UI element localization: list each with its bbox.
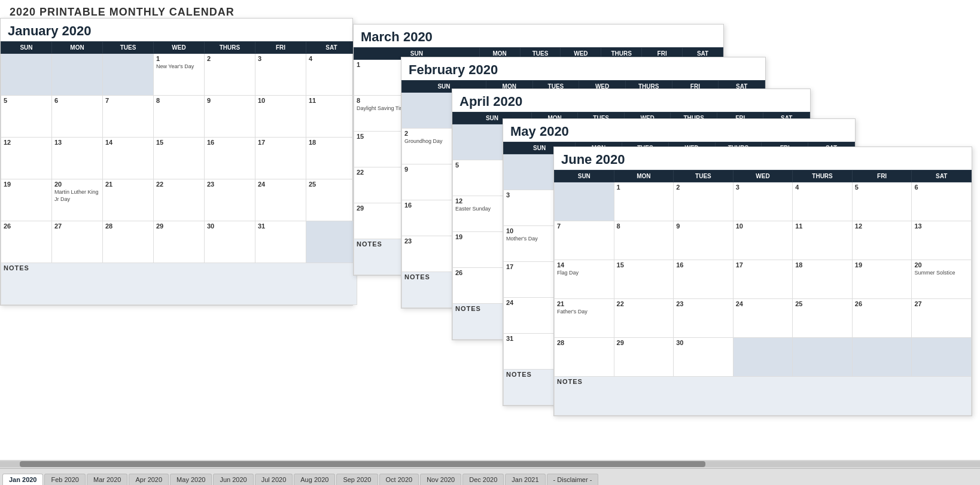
col-wed: WED xyxy=(154,42,205,54)
empty-cell xyxy=(306,221,357,263)
col-mon: MON xyxy=(614,170,674,182)
jun-table: SUN MON TUES WED THURS FRI SAT 1 2 3 4 5 xyxy=(554,170,972,416)
day-cell: 21Father's Day xyxy=(555,299,614,338)
tab-disclaimer[interactable]: - Disclaimer - xyxy=(547,474,599,485)
empty-cell xyxy=(912,338,972,377)
apr-title: April 2020 xyxy=(452,89,810,112)
feb-title: February 2020 xyxy=(401,57,765,80)
table-row: 1 2 3 4 5 6 xyxy=(555,182,972,221)
calendar-jan: January 2020 SUN MON TUES WED THURS FRI … xyxy=(0,18,353,306)
day-cell: 7 xyxy=(103,96,154,138)
day-cell: 12 xyxy=(852,221,912,260)
day-cell: 29 xyxy=(154,221,205,263)
day-cell: 15 xyxy=(614,260,674,299)
scrollbar-thumb[interactable] xyxy=(20,461,706,467)
tab-jul-2020[interactable]: Jul 2020 xyxy=(255,474,293,485)
notes-row: NOTES xyxy=(555,377,972,416)
may-title: May 2020 xyxy=(503,119,855,142)
scrollbar-track[interactable] xyxy=(0,461,980,467)
day-cell: 22 xyxy=(614,299,674,338)
mar-title: March 2020 xyxy=(354,25,723,47)
day-cell: 23 xyxy=(205,179,255,221)
day-cell: 27 xyxy=(52,221,103,263)
tab-nov-2020[interactable]: Nov 2020 xyxy=(420,474,461,485)
day-cell: 11 xyxy=(793,221,853,260)
tab-may-2020[interactable]: May 2020 xyxy=(170,474,212,485)
empty-cell xyxy=(1,54,52,96)
tab-mar-2020[interactable]: Mar 2020 xyxy=(87,474,127,485)
notes-row: NOTES xyxy=(1,263,357,305)
col-mon: MON xyxy=(52,42,103,54)
day-cell: 19 xyxy=(1,179,52,221)
day-cell: 2 xyxy=(205,54,255,96)
col-wed: WED xyxy=(733,170,793,182)
day-cell: 9 xyxy=(674,221,734,260)
tab-aug-2020[interactable]: Aug 2020 xyxy=(294,474,335,485)
day-cell: 16 xyxy=(674,260,734,299)
day-cell: 5 xyxy=(852,182,912,221)
day-cell: 14Flag Day xyxy=(555,260,614,299)
day-cell: 22 xyxy=(154,179,205,221)
day-cell: 28 xyxy=(555,338,614,377)
day-cell: 23 xyxy=(674,299,734,338)
day-cell: 3 xyxy=(255,54,306,96)
day-cell: 5 xyxy=(1,96,52,138)
day-cell: 14 xyxy=(103,138,154,179)
tab-jun-2020[interactable]: Jun 2020 xyxy=(213,474,253,485)
tab-jan-2020[interactable]: Jan 2020 xyxy=(2,474,43,485)
day-cell: 7 xyxy=(555,221,614,260)
day-cell: 24 xyxy=(255,179,306,221)
table-row: 1New Year's Day 2 3 4 xyxy=(1,54,357,96)
day-cell: 8 xyxy=(154,96,205,138)
day-cell: 3 xyxy=(733,182,793,221)
day-cell: 18 xyxy=(793,260,853,299)
scrollbar-area[interactable] xyxy=(0,460,980,468)
main-container: 2020 PRINTABLE MONTHLY CALENDAR January … xyxy=(0,0,980,485)
col-thu: THURS xyxy=(205,42,255,54)
day-cell: 6 xyxy=(912,182,972,221)
day-cell: 30 xyxy=(205,221,255,263)
day-cell: 21 xyxy=(103,179,154,221)
table-row: 21Father's Day 22 23 24 25 26 27 xyxy=(555,299,972,338)
empty-cell xyxy=(852,338,912,377)
day-cell: 31 xyxy=(255,221,306,263)
table-row: 14Flag Day 15 16 17 18 19 20Summer Solst… xyxy=(555,260,972,299)
table-row: 19 20Martin Luther King Jr Day 21 22 23 … xyxy=(1,179,357,221)
day-cell: 27 xyxy=(912,299,972,338)
notes-label: NOTES xyxy=(1,263,357,305)
col-sat: SAT xyxy=(306,42,357,54)
jun-title: June 2020 xyxy=(554,147,972,170)
col-thu: THURS xyxy=(793,170,853,182)
day-cell: 24 xyxy=(733,299,793,338)
day-cell: 9 xyxy=(205,96,255,138)
day-cell: 6 xyxy=(52,96,103,138)
day-cell: 17 xyxy=(255,138,306,179)
day-cell: 20Summer Solstice xyxy=(912,260,972,299)
table-row: 28 29 30 xyxy=(555,338,972,377)
day-cell: 4 xyxy=(306,54,357,96)
day-cell: 25 xyxy=(306,179,357,221)
day-cell: 26 xyxy=(1,221,52,263)
day-cell: 18 xyxy=(306,138,357,179)
col-sat: SAT xyxy=(912,170,972,182)
empty-cell xyxy=(555,182,614,221)
table-row: 5 6 7 8 9 10 11 xyxy=(1,96,357,138)
empty-cell xyxy=(733,338,793,377)
day-cell: 20Martin Luther King Jr Day xyxy=(52,179,103,221)
tab-dec-2020[interactable]: Dec 2020 xyxy=(462,474,504,485)
empty-cell xyxy=(52,54,103,96)
col-tue: TUES xyxy=(674,170,734,182)
empty-cell xyxy=(793,338,853,377)
tabs-bar: Jan 2020 Feb 2020 Mar 2020 Apr 2020 May … xyxy=(0,468,980,485)
tab-jan-2021[interactable]: Jan 2021 xyxy=(505,474,545,485)
tab-oct-2020[interactable]: Oct 2020 xyxy=(379,474,419,485)
day-cell: 28 xyxy=(103,221,154,263)
col-sun: SUN xyxy=(1,42,52,54)
day-cell: 2 xyxy=(674,182,734,221)
table-row: 12 13 14 15 16 17 18 xyxy=(1,138,357,179)
day-cell: 1 xyxy=(614,182,674,221)
day-cell: 4 xyxy=(793,182,853,221)
tab-feb-2020[interactable]: Feb 2020 xyxy=(44,474,85,485)
tab-apr-2020[interactable]: Apr 2020 xyxy=(129,474,169,485)
tab-sep-2020[interactable]: Sep 2020 xyxy=(336,474,378,485)
